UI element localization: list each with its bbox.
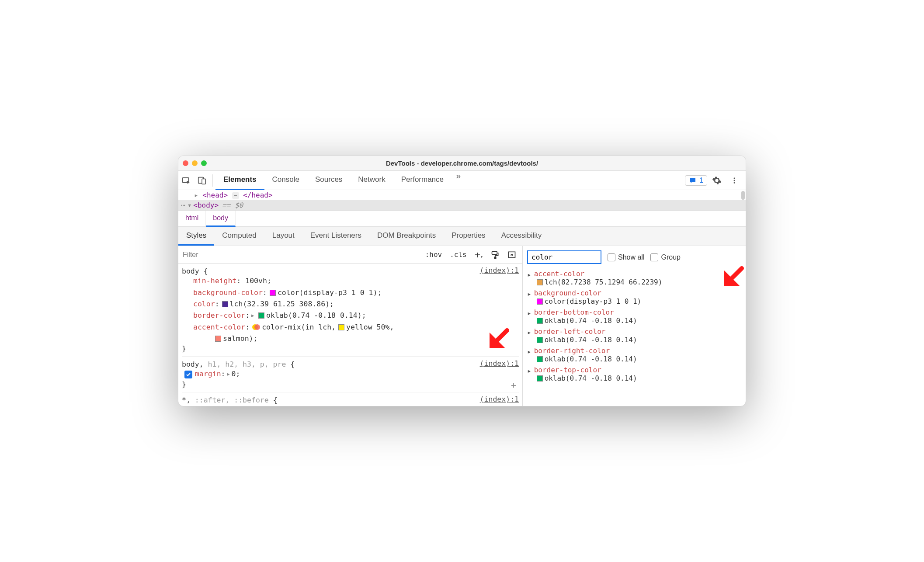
tab-sources[interactable]: Sources	[307, 171, 350, 190]
tab-performance[interactable]: Performance	[393, 171, 452, 190]
group-checkbox[interactable]: Group	[650, 253, 680, 261]
subtab-accessibility[interactable]: Accessibility	[493, 227, 550, 246]
property-enabled-checkbox[interactable]	[184, 371, 192, 378]
hov-button[interactable]: :hov	[423, 249, 445, 260]
color-swatch-green[interactable]	[258, 312, 264, 319]
rule-selector-gray2: ::after, ::before	[191, 396, 269, 404]
dom-head-row[interactable]: ▸ <head> ⋯ </head>	[178, 190, 746, 200]
settings-icon[interactable]	[709, 173, 725, 188]
computed-prop: accent-color	[534, 270, 663, 278]
crumb-body[interactable]: body	[206, 211, 236, 227]
scrollbar-thumb[interactable]	[741, 191, 745, 200]
computed-item[interactable]: ▸accent-colorlch(82.7238 75.1294 66.2239…	[527, 268, 741, 288]
tab-network[interactable]: Network	[350, 171, 393, 190]
collapsed-icon[interactable]: ⋯	[232, 192, 239, 199]
computed-filter-input[interactable]	[527, 250, 601, 264]
subtab-layout[interactable]: Layout	[264, 227, 302, 246]
computed-item[interactable]: ▸background-colorcolor(display-p3 1 0 1)	[527, 288, 741, 307]
color-swatch[interactable]	[537, 375, 543, 382]
subtab-styles[interactable]: Styles	[178, 227, 214, 246]
crumb-html[interactable]: html	[178, 211, 206, 226]
prop-border-color[interactable]: border-color	[193, 310, 245, 321]
css-rule-body[interactable]: (index):1 body { min-height: 100vh; back…	[182, 265, 519, 357]
source-link[interactable]: (index):1	[480, 395, 519, 403]
val-margin[interactable]: 0	[231, 368, 236, 380]
expand-shorthand-icon[interactable]: ▸	[250, 310, 256, 321]
prop-accent-color[interactable]: accent-color	[193, 322, 245, 333]
subtab-dom-breakpoints[interactable]: DOM Breakpoints	[369, 227, 444, 246]
val-border-color[interactable]: oklab(0.74 -0.18 0.14)	[266, 310, 362, 321]
svg-rect-2	[202, 179, 205, 184]
issues-count: 1	[699, 177, 703, 184]
prop-color[interactable]: color	[193, 298, 215, 310]
main-toolbar: Elements Console Sources Network Perform…	[178, 171, 746, 190]
head-tag-close: </head>	[243, 191, 272, 199]
rule-selector-star: *,	[182, 396, 191, 404]
color-swatch-magenta[interactable]	[270, 290, 276, 296]
source-link[interactable]: (index):1	[480, 266, 519, 274]
computed-item[interactable]: ▸border-bottom-coloroklab(0.74 -0.18 0.1…	[527, 307, 741, 326]
group-label: Group	[661, 253, 680, 261]
computed-item[interactable]: ▸border-left-coloroklab(0.74 -0.18 0.14)	[527, 326, 741, 345]
expand-icon[interactable]: ▸	[527, 347, 531, 356]
device-toolbar-icon[interactable]	[194, 173, 210, 188]
color-mix-icon[interactable]	[252, 323, 260, 331]
prop-min-height[interactable]: min-height	[193, 275, 236, 287]
head-tag-open: <head>	[202, 191, 228, 199]
svg-point-3	[734, 177, 735, 179]
computed-prop: border-right-color	[534, 347, 637, 355]
expand-icon[interactable]: ▾	[188, 201, 192, 209]
val-yellow[interactable]: yellow 50%	[346, 322, 389, 333]
subtab-event-listeners[interactable]: Event Listeners	[302, 227, 369, 246]
expand-icon[interactable]: ▸	[527, 327, 531, 337]
tab-console[interactable]: Console	[264, 171, 307, 190]
cls-button[interactable]: .cls	[447, 249, 469, 260]
computed-pane: Show all Group ▸accent-colorlch(82.7238 …	[523, 246, 746, 406]
color-swatch[interactable]	[537, 279, 543, 285]
val-color[interactable]: lch(32.39 61.25 308.86)	[230, 298, 330, 310]
subtab-properties[interactable]: Properties	[444, 227, 493, 246]
dom-tree: ▸ <head> ⋯ </head> ⋯ ▾ <body> == $0	[178, 190, 746, 210]
color-swatch[interactable]	[537, 318, 543, 324]
css-rule-margin[interactable]: (index):1 body, h1, h2, h3, p, pre { mar…	[182, 358, 519, 392]
val-salmon[interactable]: salmon)	[223, 333, 254, 344]
expand-shorthand-icon[interactable]: ▸	[226, 368, 232, 380]
computed-panel-icon[interactable]	[505, 249, 519, 261]
kebab-menu-icon[interactable]	[726, 173, 742, 188]
computed-item[interactable]: ▸border-top-coloroklab(0.74 -0.18 0.14)	[527, 364, 741, 384]
expand-icon[interactable]: ▸	[527, 270, 531, 279]
tab-elements[interactable]: Elements	[215, 171, 264, 190]
color-swatch[interactable]	[537, 356, 543, 362]
val-background-color[interactable]: color(display-p3 1 0 1)	[278, 287, 377, 298]
styles-filter-input[interactable]	[178, 246, 423, 263]
color-swatch-salmon[interactable]	[215, 336, 221, 342]
body-tag: <body>	[193, 201, 219, 209]
subtab-computed[interactable]: Computed	[214, 227, 264, 246]
color-swatch[interactable]	[537, 298, 543, 305]
svg-rect-6	[492, 251, 497, 254]
add-declaration-icon[interactable]: +	[511, 380, 516, 390]
color-swatch-yellow[interactable]	[338, 324, 344, 330]
expand-icon[interactable]: ▸	[527, 366, 531, 375]
source-link[interactable]: (index):1	[480, 359, 519, 368]
prop-background-color[interactable]: background-color	[193, 287, 263, 298]
expand-icon[interactable]: ▸	[527, 308, 531, 317]
val-min-height[interactable]: 100vh	[245, 275, 267, 287]
css-rule-boxsizing[interactable]: (index):1 *, ::after, ::before {	[182, 394, 519, 404]
val-accent-color-a[interactable]: color-mix(in lch,	[262, 322, 336, 333]
more-tabs-icon[interactable]: »	[452, 171, 465, 190]
inspect-element-icon[interactable]	[178, 173, 194, 188]
issues-badge[interactable]: 1	[685, 175, 707, 186]
dom-body-row[interactable]: ⋯ ▾ <body> == $0	[178, 200, 746, 210]
svg-point-4	[734, 180, 735, 181]
new-rule-icon[interactable]: +▾	[472, 247, 486, 262]
css-rules: (index):1 body { min-height: 100vh; back…	[178, 264, 522, 404]
computed-item[interactable]: ▸border-right-coloroklab(0.74 -0.18 0.14…	[527, 345, 741, 364]
rule-selector-body: body,	[182, 360, 204, 368]
prop-margin[interactable]: margin	[195, 368, 221, 380]
show-all-checkbox[interactable]: Show all	[608, 253, 644, 261]
color-swatch-purple[interactable]	[222, 301, 228, 307]
expand-icon[interactable]: ▸	[527, 289, 531, 298]
color-swatch[interactable]	[537, 337, 543, 343]
paint-icon[interactable]	[488, 249, 502, 261]
